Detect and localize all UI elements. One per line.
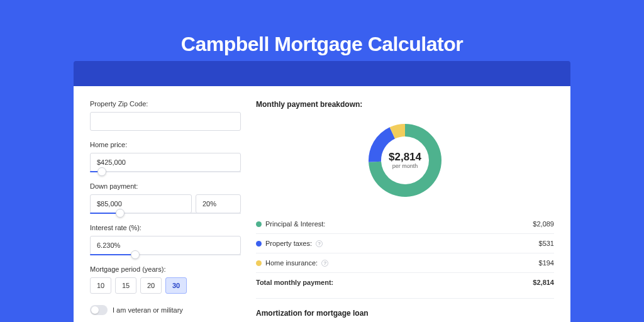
down-payment-field: Down payment: <box>90 182 241 214</box>
legend-label: Home insurance: <box>265 259 318 267</box>
slider-thumb-icon[interactable] <box>131 250 140 259</box>
slider-thumb-icon[interactable] <box>97 167 106 176</box>
down-payment-input[interactable] <box>90 194 192 213</box>
info-icon[interactable]: ? <box>321 260 328 267</box>
home-price-label: Home price: <box>90 141 241 148</box>
veteran-row: I am veteran or military <box>90 305 241 315</box>
amortization-section: Amortization for mortgage loan Amortizat… <box>256 298 554 322</box>
donut-svg: $2,814 per month <box>366 121 444 199</box>
legend-value: $531 <box>539 240 554 247</box>
page-title: Campbell Mortgage Calculator <box>181 33 463 56</box>
legend-dot-icon <box>256 241 262 247</box>
legend-value: $2,089 <box>533 220 554 228</box>
period-button-30[interactable]: 30 <box>165 277 187 294</box>
down-payment-label: Down payment: <box>90 182 241 190</box>
down-payment-pct-input[interactable] <box>196 194 241 213</box>
home-price-input[interactable] <box>90 153 241 172</box>
period-button-15[interactable]: 15 <box>115 277 136 294</box>
total-value: $2,814 <box>533 279 554 286</box>
legend-label: Property taxes: <box>265 240 312 247</box>
zip-input[interactable] <box>90 112 241 131</box>
legend-dot-icon <box>256 260 262 266</box>
interest-label: Interest rate (%): <box>90 224 241 231</box>
inputs-panel: Property Zip Code: Home price: Down paym… <box>90 100 241 322</box>
donut-center-sub: per month <box>392 163 418 169</box>
donut-center-value: $2,814 <box>389 151 422 163</box>
period-button-20[interactable]: 20 <box>140 277 162 294</box>
period-label: Mortgage period (years): <box>90 265 241 273</box>
interest-slider[interactable] <box>90 254 241 255</box>
amort-title: Amortization for mortgage loan <box>256 309 554 318</box>
period-button-10[interactable]: 10 <box>90 277 111 294</box>
zip-field: Property Zip Code: <box>90 100 241 131</box>
zip-label: Property Zip Code: <box>90 100 241 108</box>
period-buttons: 10152030 <box>90 277 241 294</box>
home-price-slider[interactable] <box>90 171 241 172</box>
breakdown-panel: Monthly payment breakdown: $2,814 per mo… <box>256 100 554 322</box>
veteran-toggle[interactable] <box>90 305 108 315</box>
interest-input[interactable] <box>90 236 241 255</box>
breakdown-title: Monthly payment breakdown: <box>256 100 554 109</box>
legend-row: Home insurance:?$194 <box>256 253 554 272</box>
period-field: Mortgage period (years): 10152030 <box>90 265 241 294</box>
legend-label: Principal & Interest: <box>265 220 325 228</box>
info-icon[interactable]: ? <box>316 240 323 247</box>
legend-row: Principal & Interest:$2,089 <box>256 214 554 233</box>
header-band <box>74 61 570 86</box>
down-payment-slider[interactable] <box>90 213 241 214</box>
donut-chart: $2,814 per month <box>256 121 554 199</box>
home-price-field: Home price: <box>90 141 241 172</box>
legend: Principal & Interest:$2,089Property taxe… <box>256 214 554 292</box>
legend-dot-icon <box>256 221 262 227</box>
legend-value: $194 <box>539 259 554 267</box>
page: Campbell Mortgage Calculator Property Zi… <box>0 0 644 322</box>
calculator-card: Property Zip Code: Home price: Down paym… <box>74 86 570 322</box>
legend-row: Property taxes:?$531 <box>256 233 554 253</box>
legend-total-row: Total monthly payment:$2,814 <box>256 272 554 292</box>
veteran-label: I am veteran or military <box>113 306 183 314</box>
total-label: Total monthly payment: <box>256 279 333 286</box>
interest-field: Interest rate (%): <box>90 224 241 255</box>
slider-thumb-icon[interactable] <box>116 209 125 218</box>
